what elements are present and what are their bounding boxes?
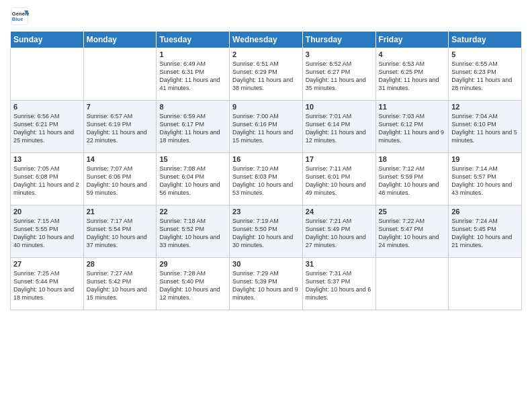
day-info: Sunrise: 7:25 AM Sunset: 5:44 PM Dayligh… — [13, 269, 81, 302]
day-cell: 1Sunrise: 6:49 AM Sunset: 6:31 PM Daylig… — [157, 48, 230, 101]
day-cell: 2Sunrise: 6:51 AM Sunset: 6:29 PM Daylig… — [230, 48, 303, 101]
day-info: Sunrise: 7:19 AM Sunset: 5:50 PM Dayligh… — [232, 217, 300, 250]
day-number: 3 — [306, 50, 373, 58]
day-info: Sunrise: 7:24 AM Sunset: 5:45 PM Dayligh… — [451, 217, 519, 250]
day-number: 29 — [159, 260, 226, 268]
day-number: 1 — [159, 50, 226, 58]
day-cell: 9Sunrise: 7:00 AM Sunset: 6:16 PM Daylig… — [230, 101, 303, 153]
day-number: 28 — [87, 260, 154, 268]
day-cell: 25Sunrise: 7:22 AM Sunset: 5:47 PM Dayli… — [375, 205, 449, 258]
day-cell: 24Sunrise: 7:21 AM Sunset: 5:49 PM Dayli… — [302, 205, 375, 258]
day-cell — [449, 258, 522, 310]
day-info: Sunrise: 7:15 AM Sunset: 5:55 PM Dayligh… — [13, 217, 81, 250]
col-friday: Friday — [375, 32, 449, 48]
day-number: 25 — [379, 208, 446, 216]
day-info: Sunrise: 7:05 AM Sunset: 6:08 PM Dayligh… — [13, 165, 81, 197]
week-row-2: 6Sunrise: 6:56 AM Sunset: 6:21 PM Daylig… — [11, 101, 522, 153]
day-cell: 22Sunrise: 7:18 AM Sunset: 5:52 PM Dayli… — [157, 205, 230, 258]
day-number: 20 — [13, 208, 81, 216]
day-info: Sunrise: 7:07 AM Sunset: 6:06 PM Dayligh… — [87, 165, 154, 197]
day-info: Sunrise: 7:31 AM Sunset: 5:37 PM Dayligh… — [306, 269, 373, 302]
day-number: 26 — [451, 208, 519, 216]
day-cell: 13Sunrise: 7:05 AM Sunset: 6:08 PM Dayli… — [11, 153, 84, 205]
col-wednesday: Wednesday — [230, 32, 303, 48]
day-cell: 27Sunrise: 7:25 AM Sunset: 5:44 PM Dayli… — [11, 258, 84, 310]
day-info: Sunrise: 6:56 AM Sunset: 6:21 PM Dayligh… — [13, 112, 81, 145]
day-cell: 21Sunrise: 7:17 AM Sunset: 5:54 PM Dayli… — [83, 205, 157, 258]
day-cell: 10Sunrise: 7:01 AM Sunset: 6:14 PM Dayli… — [302, 101, 375, 153]
day-number: 12 — [451, 103, 519, 111]
day-info: Sunrise: 7:03 AM Sunset: 6:12 PM Dayligh… — [379, 112, 446, 145]
day-cell: 4Sunrise: 6:53 AM Sunset: 6:25 PM Daylig… — [375, 48, 449, 101]
day-cell: 19Sunrise: 7:14 AM Sunset: 5:57 PM Dayli… — [449, 153, 522, 205]
day-cell: 17Sunrise: 7:11 AM Sunset: 6:01 PM Dayli… — [302, 153, 375, 205]
day-info: Sunrise: 7:08 AM Sunset: 6:04 PM Dayligh… — [159, 165, 226, 197]
day-cell: 28Sunrise: 7:27 AM Sunset: 5:42 PM Dayli… — [83, 258, 157, 310]
logo: General Blue — [10, 7, 30, 26]
day-number: 23 — [232, 208, 300, 216]
day-number: 2 — [232, 50, 300, 58]
day-cell: 20Sunrise: 7:15 AM Sunset: 5:55 PM Dayli… — [11, 205, 84, 258]
col-tuesday: Tuesday — [157, 32, 230, 48]
week-row-3: 13Sunrise: 7:05 AM Sunset: 6:08 PM Dayli… — [11, 153, 522, 205]
day-cell: 5Sunrise: 6:55 AM Sunset: 6:23 PM Daylig… — [449, 48, 522, 101]
day-cell: 23Sunrise: 7:19 AM Sunset: 5:50 PM Dayli… — [230, 205, 303, 258]
day-info: Sunrise: 7:18 AM Sunset: 5:52 PM Dayligh… — [159, 217, 226, 250]
col-thursday: Thursday — [302, 32, 375, 48]
day-info: Sunrise: 7:00 AM Sunset: 6:16 PM Dayligh… — [232, 112, 300, 145]
day-cell: 14Sunrise: 7:07 AM Sunset: 6:06 PM Dayli… — [83, 153, 157, 205]
day-cell — [11, 48, 84, 101]
svg-text:Blue: Blue — [12, 16, 24, 22]
day-number: 8 — [159, 103, 226, 111]
day-number: 24 — [306, 208, 373, 216]
day-number: 13 — [13, 155, 81, 163]
day-cell: 31Sunrise: 7:31 AM Sunset: 5:37 PM Dayli… — [302, 258, 375, 310]
day-number: 30 — [232, 260, 300, 268]
week-row-1: 1Sunrise: 6:49 AM Sunset: 6:31 PM Daylig… — [11, 48, 522, 101]
day-cell: 16Sunrise: 7:10 AM Sunset: 6:03 PM Dayli… — [230, 153, 303, 205]
day-number: 5 — [451, 50, 519, 58]
day-cell: 11Sunrise: 7:03 AM Sunset: 6:12 PM Dayli… — [375, 101, 449, 153]
calendar-table: Sunday Monday Tuesday Wednesday Thursday… — [10, 31, 522, 310]
day-info: Sunrise: 7:27 AM Sunset: 5:42 PM Dayligh… — [87, 269, 154, 302]
day-info: Sunrise: 6:51 AM Sunset: 6:29 PM Dayligh… — [232, 60, 300, 93]
day-info: Sunrise: 7:12 AM Sunset: 5:59 PM Dayligh… — [379, 165, 446, 197]
day-info: Sunrise: 7:01 AM Sunset: 6:14 PM Dayligh… — [306, 112, 373, 145]
col-saturday: Saturday — [449, 32, 522, 48]
day-number: 31 — [306, 260, 373, 268]
day-info: Sunrise: 6:53 AM Sunset: 6:25 PM Dayligh… — [379, 60, 446, 93]
day-cell: 26Sunrise: 7:24 AM Sunset: 5:45 PM Dayli… — [449, 205, 522, 258]
day-cell: 15Sunrise: 7:08 AM Sunset: 6:04 PM Dayli… — [157, 153, 230, 205]
day-info: Sunrise: 7:22 AM Sunset: 5:47 PM Dayligh… — [379, 217, 446, 250]
logo-icon: General Blue — [10, 7, 29, 26]
day-number: 11 — [379, 103, 446, 111]
day-cell: 18Sunrise: 7:12 AM Sunset: 5:59 PM Dayli… — [375, 153, 449, 205]
page: General Blue Sunday Monday Tuesday Wedne… — [0, 0, 532, 411]
day-number: 10 — [306, 103, 373, 111]
day-info: Sunrise: 7:29 AM Sunset: 5:39 PM Dayligh… — [232, 269, 300, 302]
day-number: 17 — [306, 155, 373, 163]
day-cell: 6Sunrise: 6:56 AM Sunset: 6:21 PM Daylig… — [11, 101, 84, 153]
day-cell: 29Sunrise: 7:28 AM Sunset: 5:40 PM Dayli… — [157, 258, 230, 310]
day-cell: 12Sunrise: 7:04 AM Sunset: 6:10 PM Dayli… — [449, 101, 522, 153]
day-number: 27 — [13, 260, 81, 268]
day-info: Sunrise: 7:11 AM Sunset: 6:01 PM Dayligh… — [306, 165, 373, 197]
day-number: 14 — [87, 155, 154, 163]
week-row-5: 27Sunrise: 7:25 AM Sunset: 5:44 PM Dayli… — [11, 258, 522, 310]
header: General Blue — [10, 7, 522, 26]
day-info: Sunrise: 6:55 AM Sunset: 6:23 PM Dayligh… — [451, 60, 519, 93]
day-info: Sunrise: 6:57 AM Sunset: 6:19 PM Dayligh… — [87, 112, 154, 145]
day-info: Sunrise: 7:21 AM Sunset: 5:49 PM Dayligh… — [306, 217, 373, 250]
day-info: Sunrise: 6:52 AM Sunset: 6:27 PM Dayligh… — [306, 60, 373, 93]
day-number: 19 — [451, 155, 519, 163]
day-info: Sunrise: 7:04 AM Sunset: 6:10 PM Dayligh… — [451, 112, 519, 145]
day-cell: 8Sunrise: 6:59 AM Sunset: 6:17 PM Daylig… — [157, 101, 230, 153]
week-row-4: 20Sunrise: 7:15 AM Sunset: 5:55 PM Dayli… — [11, 205, 522, 258]
day-cell — [375, 258, 449, 310]
day-cell: 3Sunrise: 6:52 AM Sunset: 6:27 PM Daylig… — [302, 48, 375, 101]
day-info: Sunrise: 6:49 AM Sunset: 6:31 PM Dayligh… — [159, 60, 226, 93]
col-sunday: Sunday — [11, 32, 84, 48]
day-cell: 7Sunrise: 6:57 AM Sunset: 6:19 PM Daylig… — [83, 101, 157, 153]
day-cell: 30Sunrise: 7:29 AM Sunset: 5:39 PM Dayli… — [230, 258, 303, 310]
day-number: 18 — [379, 155, 446, 163]
